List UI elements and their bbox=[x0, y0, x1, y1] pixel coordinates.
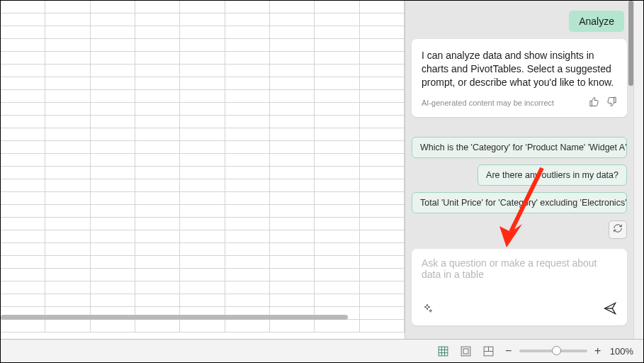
suggested-prompts: Which is the 'Category' for 'Product Nam… bbox=[412, 137, 627, 213]
pane-vertical-scrollbar[interactable] bbox=[628, 1, 633, 339]
prompt-input[interactable] bbox=[422, 257, 617, 286]
svg-rect-7 bbox=[461, 347, 470, 356]
suggestion-3[interactable]: Total 'Unit Price' for 'Category' exclud… bbox=[412, 192, 627, 213]
copilot-pane: Analyze I can analyze data and show insi… bbox=[405, 1, 633, 339]
svg-rect-8 bbox=[463, 348, 468, 353]
view-page-layout-button[interactable] bbox=[458, 343, 474, 359]
view-normal-button[interactable] bbox=[436, 343, 451, 359]
suggestion-1[interactable]: Which is the 'Category' for 'Product Nam… bbox=[412, 137, 627, 158]
sparkle-icon[interactable] bbox=[422, 303, 433, 317]
horizontal-scrollbar[interactable] bbox=[1, 312, 405, 323]
zoom-control: − + bbox=[504, 346, 603, 356]
intro-text: I can analyze data and show insights in … bbox=[422, 49, 617, 89]
zoom-slider[interactable] bbox=[519, 350, 587, 352]
prompt-input-card bbox=[412, 249, 627, 325]
view-page-break-button[interactable] bbox=[481, 343, 497, 359]
suggestion-2[interactable]: Are there any outliers in my data? bbox=[478, 164, 627, 186]
ai-disclaimer: AI-generated content may be incorrect bbox=[422, 99, 554, 107]
intro-card: I can analyze data and show insights in … bbox=[412, 39, 627, 117]
zoom-value[interactable]: 100% bbox=[610, 346, 633, 357]
zoom-in-button[interactable]: + bbox=[593, 346, 603, 356]
vertical-scrollbar[interactable] bbox=[633, 1, 643, 339]
refresh-suggestions-button[interactable] bbox=[609, 220, 627, 239]
pane-scroll-thumb[interactable] bbox=[628, 1, 633, 86]
thumbs-up-icon[interactable] bbox=[589, 96, 599, 110]
spreadsheet-grid[interactable] bbox=[1, 1, 405, 339]
main-area: Analyze I can analyze data and show insi… bbox=[1, 1, 643, 339]
zoom-slider-thumb[interactable] bbox=[552, 346, 561, 355]
zoom-out-button[interactable]: − bbox=[504, 346, 514, 356]
svg-rect-2 bbox=[439, 347, 448, 356]
status-bar: − + 100% bbox=[1, 339, 643, 362]
send-icon[interactable] bbox=[603, 301, 617, 318]
refresh-icon bbox=[613, 223, 623, 236]
analyze-button[interactable]: Analyze bbox=[569, 11, 624, 32]
horizontal-scroll-thumb[interactable] bbox=[1, 315, 348, 320]
thumbs-down-icon[interactable] bbox=[606, 96, 617, 110]
